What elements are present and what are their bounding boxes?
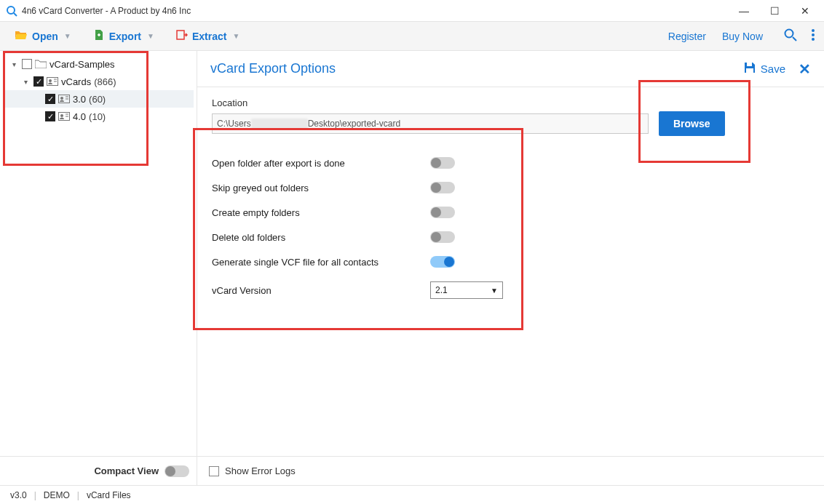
buy-now-link[interactable]: Buy Now — [722, 31, 763, 42]
chevron-down-icon: ▼ — [232, 32, 239, 40]
open-button[interactable]: Open ▼ — [9, 26, 77, 46]
svg-point-5 — [812, 29, 815, 32]
tree-count: (866) — [94, 76, 116, 87]
option-label: Create empty folders — [212, 207, 430, 218]
export-button[interactable]: Export ▼ — [87, 26, 160, 46]
version-value: 2.1 — [435, 285, 448, 295]
panel-title: vCard Export Options — [210, 61, 743, 76]
folder-open-icon — [15, 29, 28, 43]
tree-node-root[interactable]: ▾ vCard-Samples — [3, 55, 194, 73]
vcard-icon — [47, 76, 58, 87]
svg-point-6 — [812, 33, 815, 36]
status-mode: DEMO — [44, 490, 70, 500]
option-label: Open folder after export is done — [212, 158, 430, 169]
separator: | — [77, 490, 79, 500]
version-label: vCard Version — [212, 285, 430, 296]
location-row: C:\Users Desktop\exported-vcard Browse — [212, 111, 809, 136]
location-prefix: C:\Users — [217, 119, 251, 129]
toggle-create-empty[interactable] — [430, 207, 455, 218]
compact-view-toggle[interactable] — [165, 465, 189, 477]
minimize-button[interactable]: — — [735, 5, 753, 17]
export-icon — [93, 29, 105, 43]
browse-button[interactable]: Browse — [659, 111, 725, 136]
register-link[interactable]: Register — [668, 31, 706, 42]
tree-label: 3.0 — [73, 94, 86, 105]
svg-point-17 — [60, 114, 63, 117]
window-controls: — ☐ ✕ — [735, 5, 818, 17]
overflow-menu-icon[interactable] — [811, 28, 815, 44]
location-input[interactable]: C:\Users Desktop\exported-vcard — [212, 113, 649, 134]
tree-count: (60) — [89, 94, 106, 105]
collapse-icon[interactable]: ▾ — [9, 60, 19, 68]
toolbar: Open ▼ Export ▼ Extract ▼ Register Buy N… — [0, 22, 824, 51]
svg-point-9 — [49, 79, 52, 82]
vcard-version-select[interactable]: 2.1 ▼ — [430, 281, 503, 299]
save-label: Save — [761, 63, 785, 75]
location-suffix: Desktop\exported-vcard — [308, 119, 400, 129]
extract-label: Extract — [192, 31, 226, 42]
statusbar: v3.0 | DEMO | vCard Files — [0, 485, 824, 504]
titlebar: 4n6 vCard Converter - A Product by 4n6 I… — [0, 0, 824, 22]
open-label: Open — [32, 31, 58, 42]
svg-point-0 — [7, 7, 15, 14]
option-open-folder: Open folder after export is done — [212, 151, 809, 175]
collapse-icon[interactable]: ▾ — [20, 78, 31, 86]
tree-label: 4.0 — [73, 111, 86, 122]
panel-body: Location C:\Users Desktop\exported-vcard… — [197, 87, 824, 456]
svg-rect-21 — [746, 68, 753, 73]
svg-line-1 — [14, 13, 17, 16]
folder-icon — [35, 59, 47, 69]
content-panel: vCard Export Options Save ✕ Location C:\… — [197, 51, 824, 485]
chevron-down-icon: ▼ — [491, 287, 498, 295]
vcard-icon — [58, 94, 70, 104]
close-panel-button[interactable]: ✕ — [799, 60, 811, 78]
extract-button[interactable]: Extract ▼ — [170, 26, 245, 46]
location-label: Location — [212, 97, 809, 108]
svg-line-4 — [793, 37, 796, 41]
sidebar: ▾ vCard-Samples ▾ ✓ vCards (866) ✓ — [0, 51, 197, 485]
svg-point-7 — [812, 38, 815, 41]
toggle-single-vcf[interactable] — [430, 256, 455, 268]
tree-label: vCards — [61, 76, 91, 87]
show-error-logs-checkbox[interactable] — [209, 466, 219, 476]
checkbox[interactable] — [22, 59, 32, 69]
toggle-open-folder[interactable] — [430, 157, 455, 169]
option-delete-old: Delete old folders — [212, 225, 809, 249]
checkbox[interactable]: ✓ — [45, 111, 55, 121]
toggle-delete-old[interactable] — [430, 231, 455, 243]
extract-icon — [176, 29, 188, 43]
vcard-icon — [58, 111, 70, 121]
checkbox[interactable]: ✓ — [33, 76, 44, 87]
svg-point-13 — [60, 97, 63, 100]
option-skip-greyed: Skip greyed out folders — [212, 175, 809, 200]
folder-tree: ▾ vCard-Samples ▾ ✓ vCards (866) ✓ — [0, 51, 197, 456]
checkbox[interactable]: ✓ — [45, 94, 55, 104]
window-title: 4n6 vCard Converter - A Product by 4n6 I… — [22, 6, 735, 16]
save-button[interactable]: Save — [743, 61, 785, 76]
svg-rect-2 — [177, 31, 184, 39]
maximize-button[interactable]: ☐ — [766, 5, 783, 17]
svg-rect-20 — [747, 63, 752, 66]
toggle-skip-greyed[interactable] — [430, 182, 455, 193]
tree-node-v40[interactable]: ✓ 4.0 (10) — [3, 108, 194, 125]
app-icon — [6, 5, 17, 17]
option-create-empty: Create empty folders — [212, 200, 809, 225]
close-button[interactable]: ✕ — [796, 5, 814, 17]
compact-view-label: Compact View — [94, 465, 159, 476]
tree-node-vcards[interactable]: ▾ ✓ vCards (866) — [3, 73, 194, 90]
option-label: Generate single VCF file for all contact… — [212, 257, 430, 268]
chevron-down-icon: ▼ — [147, 32, 154, 40]
tree-node-v30[interactable]: ✓ 3.0 (60) — [3, 90, 194, 108]
chevron-down-icon: ▼ — [64, 32, 71, 40]
search-icon[interactable] — [783, 28, 798, 44]
sidebar-footer: Compact View — [0, 456, 197, 485]
svg-point-3 — [785, 30, 793, 38]
separator: | — [34, 490, 36, 500]
content-footer: Show Error Logs — [197, 456, 824, 485]
status-context: vCard Files — [87, 490, 131, 500]
option-single-vcf: Generate single VCF file for all contact… — [212, 249, 809, 274]
tree-label: vCard-Samples — [49, 59, 115, 70]
export-label: Export — [109, 31, 141, 42]
show-error-logs-label: Show Error Logs — [225, 465, 296, 476]
save-icon — [743, 61, 756, 76]
